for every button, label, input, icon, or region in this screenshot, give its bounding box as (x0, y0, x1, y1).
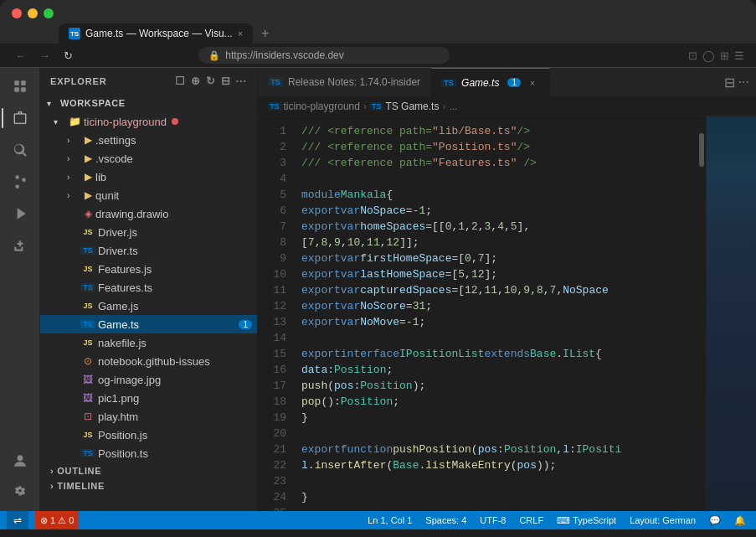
file-driver-ts[interactable]: TS Driver.ts (40, 241, 257, 260)
minimize-button[interactable] (28, 8, 38, 18)
cast-icon[interactable]: ⊡ (688, 49, 697, 62)
breadcrumb-file[interactable]: TS TS Game.ts (370, 101, 440, 112)
workspace-root[interactable]: ▾ WORKSPACE (40, 94, 257, 112)
tab-release-notes[interactable]: TS Release Notes: 1.74.0-insider (258, 68, 431, 97)
breadcrumb-root[interactable]: TS ticino-playground (268, 101, 360, 112)
breadcrumb: TS ticino-playground › TS TS Game.ts › .… (258, 97, 756, 116)
activity-search[interactable] (5, 135, 35, 165)
browser-active-tab[interactable]: TS Game.ts — Workspace — Visu... × (59, 23, 253, 44)
extensions-icon[interactable]: ⊞ (720, 49, 729, 62)
sidebar-actions: ☐ ⊕ ↻ ⊟ ··· (175, 75, 247, 87)
activity-explorer[interactable] (5, 103, 35, 133)
activity-extensions[interactable] (5, 230, 35, 261)
spaces-text: Spaces: 4 (425, 515, 466, 525)
remote-indicator[interactable]: ⇌ (7, 511, 28, 529)
refresh-icon[interactable]: ↻ (206, 75, 216, 87)
layout[interactable]: Layout: German (626, 511, 699, 529)
img-icon: 🖼 (80, 392, 95, 404)
more-icon[interactable]: ··· (236, 75, 247, 87)
file-driver-js[interactable]: JS Driver.js (40, 223, 257, 241)
status-bar: ⇌ ⊗ 1 ⚠ 0 Ln 1, Col 1 Spaces: 4 UTF-8 CR… (0, 511, 756, 529)
activity-git[interactable] (5, 167, 35, 197)
browser-tab-close[interactable]: × (238, 28, 243, 39)
activity-run[interactable] (5, 199, 35, 229)
folder-icon: ▶ (80, 152, 95, 164)
file-pic1[interactable]: 🖼 pic1.png (40, 389, 257, 407)
code-line-17: push(pos:Position); (301, 378, 697, 394)
vscode-body: Explorer ☐ ⊕ ↻ ⊟ ··· ▾ WORKSPACE ▾ (0, 68, 756, 511)
file-name: notebook.github-issues (98, 355, 210, 368)
cursor-position[interactable]: Ln 1, Col 1 (364, 511, 415, 529)
language-mode[interactable]: ⌨ TypeScript (553, 511, 620, 529)
activity-account[interactable] (5, 446, 35, 476)
file-drawing-drawio[interactable]: ◈ drawing.drawio (40, 204, 257, 223)
close-button[interactable] (12, 8, 22, 18)
code-lines[interactable]: /// <reference path="lib/Base.ts"/> /// … (295, 116, 697, 511)
profile-icon[interactable]: ◯ (702, 49, 715, 62)
indentation[interactable]: Spaces: 4 (422, 511, 470, 529)
file-notebook[interactable]: ⊙ notebook.github-issues (40, 352, 257, 370)
folder-qunit[interactable]: › ▶ qunit (40, 186, 257, 204)
error-count[interactable]: ⊗ 1 ⚠ 0 (35, 511, 79, 529)
breadcrumb-folder: ticino-playground (284, 101, 360, 112)
activity-settings[interactable] (5, 478, 35, 508)
encoding-text: UTF-8 (480, 515, 506, 525)
minimap (706, 116, 756, 511)
js-icon: JS (80, 265, 95, 273)
lock-icon: 🔒 (208, 50, 220, 61)
split-editor-icon[interactable]: ⊟ (724, 75, 735, 90)
file-position-ts[interactable]: TS Position.ts (40, 444, 257, 462)
folder-vscode[interactable]: › ▶ .vscode (40, 149, 257, 168)
file-og-image[interactable]: 🖼 og-image.jpg (40, 370, 257, 389)
file-features-js[interactable]: JS Features.js (40, 260, 257, 278)
new-file-icon[interactable]: ☐ (175, 75, 186, 87)
folder-icon: 📁 (67, 116, 82, 127)
timeline-section[interactable]: › TIMELINE (40, 478, 257, 493)
outline-section[interactable]: › OUTLINE (40, 462, 257, 478)
status-left: ⇌ ⊗ 1 ⚠ 0 (7, 511, 79, 529)
ts-tab-icon: TS (268, 78, 283, 86)
editor-area: TS Release Notes: 1.74.0-insider TS Game… (258, 68, 756, 511)
warning-icon: ⚠ (58, 515, 66, 526)
settings-icon[interactable]: ☰ (734, 49, 744, 62)
activity-remote[interactable] (5, 71, 35, 101)
file-nakefile-js[interactable]: JS nakefile.js (40, 333, 257, 352)
new-folder-icon[interactable]: ⊕ (191, 75, 201, 87)
code-line-11: export var capturedSpaces = [12,11,10,9,… (301, 282, 697, 298)
tab-game-ts[interactable]: TS Game.ts 1 × (431, 68, 550, 97)
code-line-15: export interface IPositionList extends B… (301, 346, 697, 362)
folder-icon: ▶ (80, 189, 95, 201)
back-button[interactable]: ← (12, 48, 29, 64)
file-name: Features.js (98, 263, 152, 276)
more-actions-icon[interactable]: ··· (738, 75, 749, 90)
eol[interactable]: CRLF (516, 511, 547, 529)
browser-actions: ⊡ ◯ ⊞ ☰ (688, 49, 744, 62)
reload-button[interactable]: ↻ (60, 48, 76, 64)
code-line-9: export var firstHomeSpace = [0,7]; (301, 250, 697, 266)
browser-tab-label: Game.ts — Workspace — Visu... (85, 28, 233, 39)
arrow: › (67, 191, 80, 200)
folder-settings[interactable]: › ▶ .settings (40, 131, 257, 149)
scroll-thumb[interactable] (699, 133, 704, 167)
scrollbar[interactable] (697, 116, 706, 511)
url-input[interactable]: 🔒 https://insiders.vscode.dev (198, 47, 450, 64)
forward-button[interactable]: → (36, 48, 54, 64)
file-play-htm[interactable]: ⊡ play.htm (40, 407, 257, 426)
collapse-icon[interactable]: ⊟ (221, 75, 231, 87)
folder-lib[interactable]: › ▶ lib (40, 168, 257, 186)
file-game-js[interactable]: JS Game.js (40, 297, 257, 315)
notifications[interactable]: 💬 (706, 511, 724, 529)
new-tab-button[interactable]: + (256, 26, 274, 41)
code-line-6: export var NoSpace = -1; (301, 203, 697, 219)
bell[interactable]: 🔔 (731, 511, 749, 529)
file-position-js[interactable]: JS Position.js (40, 426, 257, 444)
tab-close-button[interactable]: × (526, 76, 539, 90)
folder-ticino-playground[interactable]: ▾ 📁 ticino-playground (40, 112, 257, 131)
code-line-8: [7,8,9,10,11,12]]; (301, 235, 697, 250)
fullscreen-button[interactable] (44, 8, 54, 18)
encoding[interactable]: UTF-8 (476, 511, 509, 529)
breadcrumb-symbol[interactable]: ... (449, 101, 457, 112)
file-features-ts[interactable]: TS Features.ts (40, 278, 257, 297)
file-game-ts[interactable]: TS Game.ts 1 (40, 315, 257, 333)
code-line-23 (301, 473, 697, 489)
